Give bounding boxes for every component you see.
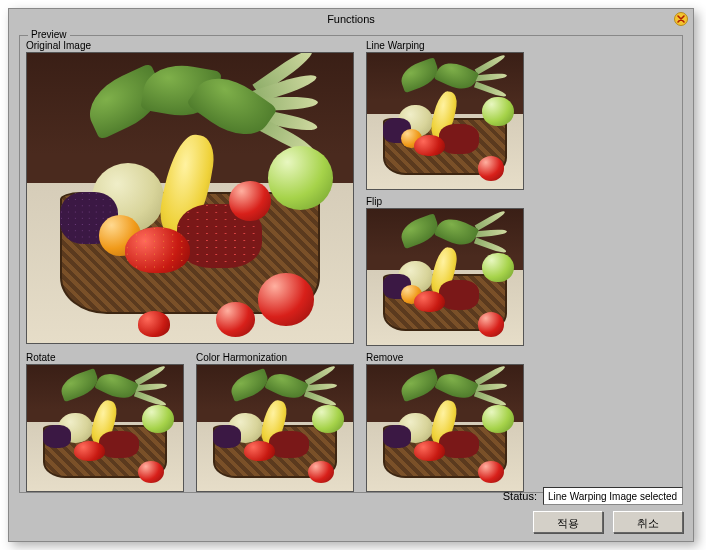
cancel-button[interactable]: 취소 bbox=[613, 511, 683, 533]
preview-group: Preview Original Image bbox=[19, 35, 683, 493]
panel-original[interactable]: Original Image bbox=[26, 40, 354, 344]
panel-label-remove: Remove bbox=[366, 352, 524, 363]
close-icon bbox=[674, 12, 688, 26]
status-label: Status: bbox=[503, 490, 537, 502]
status-row: Status: Line Warping Image selected bbox=[503, 487, 683, 505]
panel-remove[interactable]: Remove bbox=[366, 352, 524, 492]
panel-color-harmonization[interactable]: Color Harmonization bbox=[196, 352, 354, 492]
content-area: Preview Original Image bbox=[9, 29, 693, 501]
panel-rotate[interactable]: Rotate bbox=[26, 352, 184, 492]
window-title: Functions bbox=[327, 13, 375, 25]
panel-label-color-harmonization: Color Harmonization bbox=[196, 352, 354, 363]
apply-button[interactable]: 적용 bbox=[533, 511, 603, 533]
panel-flip[interactable]: Flip bbox=[366, 196, 524, 346]
status-field: Line Warping Image selected bbox=[543, 487, 683, 505]
close-button[interactable] bbox=[673, 11, 689, 27]
functions-dialog: Functions Preview Original Image bbox=[8, 8, 694, 542]
panel-label-rotate: Rotate bbox=[26, 352, 184, 363]
panel-label-line-warping: Line Warping bbox=[366, 40, 524, 51]
panel-label-flip: Flip bbox=[366, 196, 524, 207]
preview-group-label: Preview bbox=[28, 29, 70, 40]
panel-line-warping[interactable]: Line Warping bbox=[366, 40, 524, 190]
button-row: 적용 취소 bbox=[533, 511, 683, 533]
titlebar: Functions bbox=[9, 9, 693, 29]
panel-label-original: Original Image bbox=[26, 40, 354, 51]
